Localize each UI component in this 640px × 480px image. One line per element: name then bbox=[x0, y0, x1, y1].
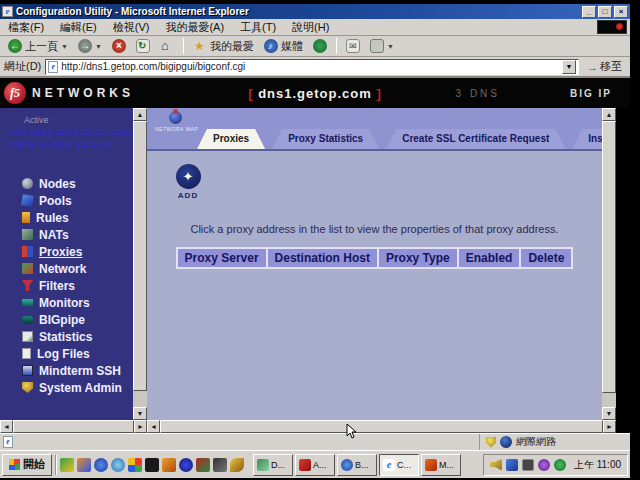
windows-taskbar: 開始 D... A... bbox=[0, 450, 630, 478]
history-button[interactable] bbox=[309, 38, 331, 54]
back-button[interactable]: 上一頁 ▼ bbox=[4, 38, 72, 55]
app-tray-icon[interactable] bbox=[538, 459, 550, 471]
scrollbar-thumb[interactable] bbox=[160, 420, 603, 433]
taskbar-clock[interactable]: 上午 11:00 bbox=[574, 458, 621, 472]
forward-button[interactable]: ▼ bbox=[74, 38, 106, 54]
mail-button[interactable] bbox=[342, 38, 364, 54]
close-button[interactable]: × bbox=[614, 6, 628, 18]
refresh-icon bbox=[136, 39, 150, 53]
sidebar-item-network[interactable]: Network bbox=[0, 260, 133, 277]
content-scrollbar[interactable]: ▲ ▼ bbox=[602, 108, 616, 420]
f5-brand-text: NETWORKS bbox=[32, 86, 134, 100]
sidebar-item-pools[interactable]: Pools bbox=[0, 192, 133, 209]
tab-proxies[interactable]: Proxies bbox=[197, 129, 265, 149]
taskbar-window-button[interactable]: A... bbox=[295, 454, 335, 476]
start-button[interactable]: 開始 bbox=[2, 454, 52, 476]
back-dropdown-icon[interactable]: ▼ bbox=[61, 43, 68, 50]
network-map-button[interactable]: NETWORK MAP bbox=[155, 111, 195, 132]
scroll-right-icon[interactable]: ► bbox=[134, 420, 147, 433]
forward-dropdown-icon[interactable]: ▼ bbox=[95, 43, 102, 50]
quicklaunch-icon[interactable] bbox=[77, 458, 91, 472]
status-bar: e 網際網路 bbox=[0, 433, 630, 450]
scroll-right-icon[interactable]: ► bbox=[603, 420, 616, 433]
scrollbar-thumb[interactable] bbox=[602, 121, 616, 393]
refresh-button[interactable] bbox=[132, 38, 154, 54]
messenger-icon[interactable] bbox=[506, 459, 518, 471]
toolbar-separator bbox=[336, 38, 337, 54]
sidebar-item-logfiles[interactable]: Log Files bbox=[0, 345, 133, 362]
product-3dns-text: 3 DNS bbox=[456, 88, 500, 99]
sidebar-item-monitors[interactable]: Monitors bbox=[0, 294, 133, 311]
tab-proxy-statistics[interactable]: Proxy Statistics bbox=[272, 129, 379, 149]
scroll-left-icon[interactable]: ◄ bbox=[147, 420, 160, 433]
favorites-button[interactable]: 我的最愛 bbox=[189, 38, 258, 55]
favorites-icon bbox=[193, 39, 207, 53]
network-tray-icon[interactable] bbox=[554, 459, 566, 471]
sidebar-item-nats[interactable]: NATs bbox=[0, 226, 133, 243]
main-area: Active Mon Sep 2 11:09:28 CST 2002 uptim… bbox=[0, 108, 630, 420]
address-input[interactable] bbox=[61, 61, 559, 72]
menu-view[interactable]: 檢視(V) bbox=[105, 20, 158, 35]
mouse-cursor bbox=[346, 424, 358, 440]
quicklaunch-icon[interactable] bbox=[230, 458, 244, 472]
window-title: Configuration Utility - Microsoft Intern… bbox=[16, 6, 580, 17]
tab-install-ssl-certificate[interactable]: Install SSL Certif bbox=[572, 129, 602, 149]
scrollbar-thumb[interactable] bbox=[13, 420, 134, 433]
quicklaunch-icon[interactable] bbox=[179, 458, 193, 472]
maximize-button[interactable]: □ bbox=[598, 6, 612, 18]
quicklaunch-icon[interactable] bbox=[196, 458, 210, 472]
quicklaunch-icon[interactable] bbox=[94, 458, 108, 472]
scroll-up-icon[interactable]: ▲ bbox=[133, 108, 147, 121]
volume-icon[interactable] bbox=[490, 459, 502, 471]
taskbar-window-button[interactable]: M... bbox=[421, 454, 461, 476]
menu-favorites[interactable]: 我的最愛(A) bbox=[157, 20, 232, 35]
scroll-left-icon[interactable]: ◄ bbox=[0, 420, 13, 433]
address-dropdown-icon[interactable]: ▼ bbox=[562, 60, 576, 74]
column-delete: Delete bbox=[519, 247, 573, 269]
scroll-up-icon[interactable]: ▲ bbox=[602, 108, 616, 121]
address-field[interactable]: e ▼ bbox=[45, 59, 579, 75]
menu-tools[interactable]: 工具(T) bbox=[232, 20, 284, 35]
quicklaunch-icon[interactable] bbox=[162, 458, 176, 472]
sidebar-item-rules[interactable]: Rules bbox=[0, 209, 133, 226]
sidebar-item-system-admin[interactable]: System Admin bbox=[0, 379, 133, 396]
menu-help[interactable]: 說明(H) bbox=[284, 20, 337, 35]
scrollbar-thumb[interactable] bbox=[133, 121, 147, 391]
taskbar-window-button-active[interactable]: e C... bbox=[379, 454, 419, 476]
quicklaunch-icon[interactable] bbox=[213, 458, 227, 472]
tab-create-ssl-certificate-request[interactable]: Create SSL Certificate Request bbox=[386, 129, 565, 149]
stop-button[interactable] bbox=[108, 38, 130, 54]
home-button[interactable] bbox=[156, 38, 178, 54]
sidebar-item-filters[interactable]: Filters bbox=[0, 277, 133, 294]
scroll-down-icon[interactable]: ▼ bbox=[133, 407, 147, 420]
sidebar-item-bigpipe[interactable]: BIGpipe bbox=[0, 311, 133, 328]
sidebar-item-proxies[interactable]: Proxies bbox=[0, 243, 133, 260]
print-dropdown-icon[interactable]: ▼ bbox=[387, 43, 394, 50]
display-icon[interactable] bbox=[522, 459, 534, 471]
print-button[interactable]: ▼ bbox=[366, 38, 398, 54]
minimize-button[interactable]: _ bbox=[582, 6, 596, 18]
system-datetime: Mon Sep 2 11:09:28 CST 2002 bbox=[10, 127, 133, 137]
quicklaunch-icon[interactable] bbox=[128, 458, 142, 472]
taskbar-window-button[interactable]: B... bbox=[337, 454, 377, 476]
quicklaunch-icon[interactable] bbox=[60, 458, 74, 472]
quicklaunch-icon[interactable] bbox=[145, 458, 159, 472]
sidebar-item-mindterm-ssh[interactable]: Mindterm SSH bbox=[0, 362, 133, 379]
sidebar-item-statistics[interactable]: Statistics bbox=[0, 328, 133, 345]
network-map-icon bbox=[169, 111, 182, 124]
sidebar-item-nodes[interactable]: Nodes bbox=[0, 175, 133, 192]
quicklaunch-icon[interactable] bbox=[111, 458, 125, 472]
sidebar-scrollbar[interactable]: ▲ ▼ bbox=[133, 108, 147, 420]
proxy-table-header-row: Proxy ServerDestination HostProxy TypeEn… bbox=[147, 247, 602, 269]
column-destination-host: Destination Host bbox=[266, 247, 379, 269]
bracket-left: [ bbox=[248, 86, 253, 101]
scroll-down-icon[interactable]: ▼ bbox=[602, 407, 616, 420]
media-button[interactable]: 媒體 bbox=[260, 38, 307, 55]
add-proxy-button[interactable]: ✦ ADD bbox=[165, 164, 211, 200]
menu-file[interactable]: 檔案(F) bbox=[0, 20, 52, 35]
sidebar-hscrollbar[interactable]: ◄ ► bbox=[0, 420, 147, 433]
go-button[interactable]: → 移至 bbox=[583, 59, 626, 74]
menu-edit[interactable]: 編輯(E) bbox=[52, 20, 105, 35]
content-hscrollbar[interactable]: ◄ ► bbox=[147, 420, 616, 433]
taskbar-window-button[interactable]: D... bbox=[253, 454, 293, 476]
